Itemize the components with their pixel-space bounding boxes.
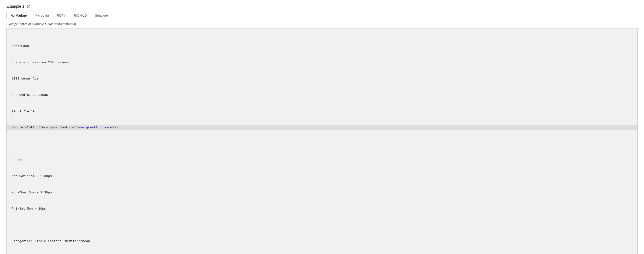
code-block: GreatFood 4 stars - based on 250 reviews… bbox=[6, 28, 638, 254]
code-line-9: Mon-Thur 5pm - 9:30pm bbox=[12, 190, 632, 196]
code-line-10: Fri-Sat 5pm - 10pm bbox=[12, 206, 632, 212]
page-header: Example 1 bbox=[6, 4, 638, 9]
tab-no-markup[interactable]: No Markup bbox=[6, 12, 31, 19]
tab-rdfa[interactable]: RDFa bbox=[53, 12, 69, 19]
code-empty-1 bbox=[12, 141, 632, 147]
code-empty-2 bbox=[12, 222, 632, 228]
tab-structure[interactable]: Structure bbox=[91, 12, 112, 19]
code-line-6: <a href="http://www.greatfood.com">www.g… bbox=[6, 125, 638, 131]
code-line-2: 4 stars - based on 250 reviews bbox=[12, 60, 632, 65]
code-line-8: Mon-Sat 11am - 2:30pm bbox=[12, 174, 632, 179]
page-title: Example 1 bbox=[6, 4, 24, 9]
tab-bar: No Markup Microdata RDFa JSON-LD Structu… bbox=[6, 12, 638, 19]
edit-icon[interactable] bbox=[26, 5, 31, 9]
subtitle: Example notes or example HTML without ma… bbox=[6, 22, 638, 26]
tab-json-ld[interactable]: JSON-LD bbox=[69, 12, 91, 19]
code-line-5: (408) 714-1489 bbox=[12, 109, 632, 114]
code-line-7: Hours: bbox=[12, 158, 632, 163]
tab-microdata[interactable]: Microdata bbox=[31, 12, 53, 19]
code-line-3: 1901 Lemur Ave bbox=[12, 76, 632, 82]
code-line-1: GreatFood bbox=[12, 44, 632, 49]
code-line-4: Sunnyvale, CA 94086 bbox=[12, 92, 632, 98]
code-line-11: Categories: Middle Eastern, Mediterranea… bbox=[12, 239, 632, 244]
